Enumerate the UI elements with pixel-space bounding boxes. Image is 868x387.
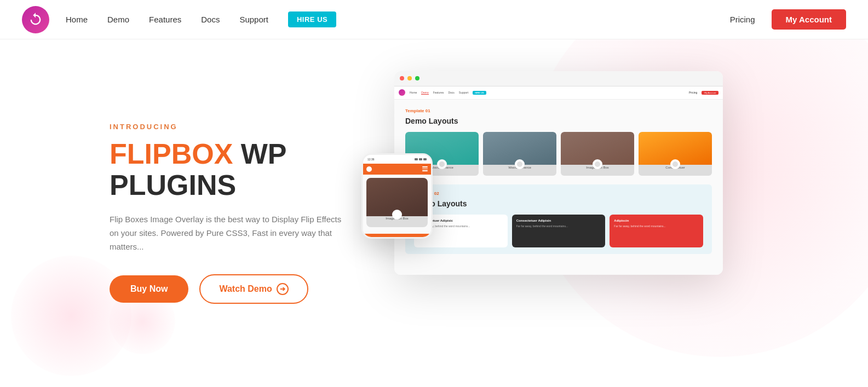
wifi-icon [419, 158, 422, 160]
browser-dot-red [400, 76, 404, 80]
nav-features[interactable]: Features [149, 15, 181, 24]
browser-dot-green [415, 76, 419, 80]
hero-buttons: Buy Now Watch Demo ➔ [110, 274, 350, 304]
nav-home[interactable]: Home [66, 15, 88, 24]
mini-hire: HIRE US [473, 91, 486, 95]
watch-demo-label: Watch Demo [219, 284, 272, 294]
mini-nav-links: Home Demo Features Docs Support [410, 91, 468, 95]
phone-mockup: 12:36 Image Icon Box [361, 153, 433, 239]
hero-section: INTRODUCING FLIPBOX WP PLUGINS Flip Boxe… [0, 39, 868, 387]
template1-label: Template 01 [405, 108, 712, 113]
menu-line-3 [422, 170, 428, 171]
mini-logo [399, 89, 405, 96]
demo-cards-grid: WooCommerce WooCommerce [405, 132, 712, 176]
phone-time: 12:36 [367, 158, 375, 161]
card-4-icon [670, 159, 680, 169]
card2-2-text: Far far away, behind the word mountains.… [516, 224, 601, 228]
demo-title-2: Demo Layouts [414, 199, 703, 208]
demo-cards-grid-2: Consectetuer Adipisic Far far away, behi… [414, 215, 703, 247]
demo-card-2: WooCommerce [483, 132, 556, 176]
demo-card-3: Image Icon Box [561, 132, 634, 176]
hire-us-badge[interactable]: HIRE US [288, 11, 336, 27]
navbar: Home Demo Features Docs Support HIRE US … [0, 0, 868, 39]
hero-title: FLIPBOX WP PLUGINS [110, 138, 350, 201]
nav-demo[interactable]: Demo [107, 15, 129, 24]
card2-2-title: Consectetuer Adipisin [516, 219, 601, 222]
phone-card-icon [392, 210, 402, 220]
template2-label: Template 02 [414, 191, 703, 196]
mini-features: Features [433, 91, 444, 95]
card-3-icon [593, 159, 602, 169]
nav-docs[interactable]: Docs [201, 15, 220, 24]
phone-content: Image Icon Box [363, 175, 431, 234]
nav-support[interactable]: Support [239, 15, 268, 24]
my-account-button[interactable]: My Account [772, 9, 846, 30]
card2-3-title: Adipiscin [614, 219, 699, 222]
browser-mockup: Home Demo Features Docs Support HIRE US … [394, 71, 723, 275]
card-2-icon [515, 159, 525, 169]
hero-intro-label: INTRODUCING [110, 123, 350, 131]
phone-status-icons [415, 158, 427, 160]
mini-support: Support [459, 91, 469, 95]
phone-bottom-bar [363, 234, 431, 237]
browser-section-2: Template 02 Demo Layouts Consectetuer Ad… [405, 184, 712, 254]
phone-card-1: Image Icon Box [366, 178, 428, 227]
mini-nav: Home Demo Features Docs Support HIRE US … [394, 86, 723, 100]
demo-card2-2: Consectetuer Adipisin Far far away, behi… [512, 215, 606, 247]
browser-dot-yellow [407, 76, 412, 80]
mini-demo: Demo [421, 91, 428, 95]
demo-card2-3: Adipiscin Far far away, behind the word … [610, 215, 703, 247]
hero-text-block: INTRODUCING FLIPBOX WP PLUGINS Flip Boxe… [0, 123, 350, 304]
hero-mockup: Home Demo Features Docs Support HIRE US … [361, 55, 868, 372]
menu-line-1 [422, 166, 428, 167]
pricing-link[interactable]: Pricing [730, 15, 755, 24]
hero-title-orange: FLIPBOX [110, 138, 233, 170]
menu-line-2 [422, 169, 428, 170]
phone-logo [366, 166, 372, 172]
phone-status-bar: 12:36 [363, 155, 431, 164]
logo-icon [28, 12, 43, 27]
hero-description: Flip Boxes Image Overlay is the best way… [110, 213, 350, 253]
mini-pricing: Pricing [689, 91, 697, 94]
mini-home: Home [410, 91, 417, 95]
signal-icon [415, 158, 418, 160]
browser-bar [394, 71, 723, 86]
mini-account: My Account [702, 91, 718, 95]
browser-content: Template 01 Demo Layouts WooCommerce [394, 100, 723, 275]
nav-right: Pricing My Account [730, 9, 846, 30]
logo[interactable] [22, 6, 49, 33]
demo-arrow-icon: ➔ [277, 283, 289, 295]
phone-hamburger-icon [422, 166, 428, 171]
card2-3-text: Far far away, behind the word mountains.… [614, 224, 699, 228]
card-1-icon [437, 159, 447, 169]
demo-title-1: Demo Layouts [405, 117, 712, 125]
buy-now-button[interactable]: Buy Now [110, 275, 188, 303]
battery-icon [423, 158, 427, 160]
watch-demo-button[interactable]: Watch Demo ➔ [199, 274, 308, 304]
nav-links: Home Demo Features Docs Support HIRE US [66, 11, 730, 27]
mini-docs: Docs [448, 91, 454, 95]
phone-navbar [363, 164, 431, 175]
demo-card-4: Consectetuer [639, 132, 712, 176]
